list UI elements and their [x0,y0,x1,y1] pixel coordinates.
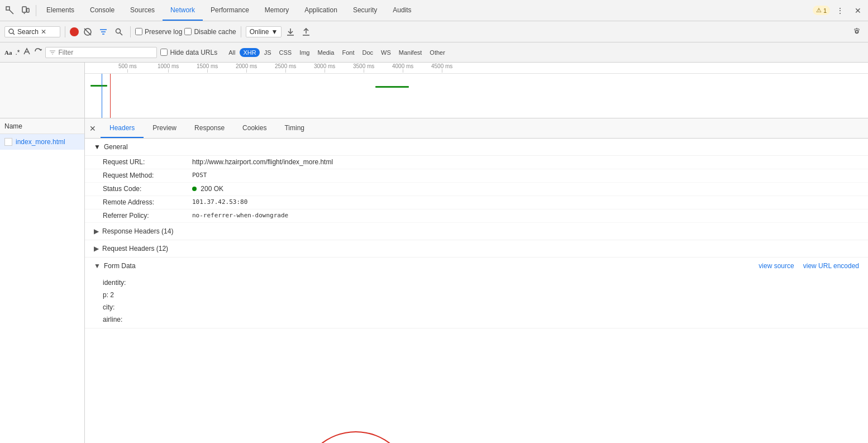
hide-data-urls-label[interactable]: Hide data URLs [160,49,217,56]
status-dot-icon [192,187,197,191]
referrer-policy-value: no-referrer-when-downgrade [192,212,288,220]
file-list-header: Name [0,118,84,134]
form-data-city-row: city: [85,301,868,313]
general-section-header[interactable]: ▼ General [85,139,868,156]
device-mode-icon[interactable] [18,3,34,18]
disable-cache-checkbox-label[interactable]: Disable cache [184,28,236,36]
network-throttle-select[interactable]: Online ▼ [246,26,282,37]
filter-icon[interactable] [97,25,110,39]
response-headers-header[interactable]: ▶ Response Headers (14) [85,223,868,240]
close-icon[interactable]: ✕ [850,3,866,18]
tab-console[interactable]: Console [82,0,122,21]
more-options-icon[interactable]: ⋮ [832,3,848,18]
tab-performance[interactable]: Performance [203,0,257,21]
filter-all[interactable]: All [225,48,239,57]
tab-application[interactable]: Application [297,0,345,21]
remote-address-value: 101.37.42.53:80 [192,198,247,207]
devtools-topbar: Elements Console Sources Network Perform… [0,0,868,21]
detail-close-icon[interactable]: ✕ [85,118,101,138]
file-list-item[interactable]: index_more.html [0,134,84,150]
filter-input[interactable] [58,49,136,56]
tab-sources[interactable]: Sources [122,0,163,21]
svg-rect-3 [27,8,29,12]
regex-icon[interactable]: .* [15,49,20,56]
topbar-right: ⚠ 1 ⋮ ✕ [813,3,866,18]
general-triangle-icon: ▼ [94,143,101,151]
filter-xhr[interactable]: XHR [240,48,259,57]
disable-cache-checkbox[interactable] [184,28,192,35]
detail-panel: ✕ Headers Preview Response Cookies Timin… [85,118,868,443]
detail-tab-headers[interactable]: Headers [101,118,144,138]
export-icon[interactable] [299,25,313,39]
form-data-identity-key: identity: [103,279,126,287]
response-headers-arrow-icon: ▶ [94,227,99,235]
aa-icon[interactable]: Aa [4,49,12,56]
clear-icon[interactable] [81,25,94,39]
filter-font[interactable]: Font [338,48,357,57]
form-data-p-row: p: 2 [85,289,868,301]
warning-badge[interactable]: ⚠ 1 [813,6,830,15]
preserve-log-checkbox-label[interactable]: Preserve log [135,28,182,36]
preserve-log-checkbox[interactable] [135,28,142,35]
ruler-mark-4000: 4000 ms [392,63,413,73]
filter-img[interactable]: Img [296,48,313,57]
tab-audits[interactable]: Audits [385,0,419,21]
file-list-name-header: Name [4,122,22,130]
record-button[interactable] [70,27,79,36]
filter-js[interactable]: JS [261,48,275,57]
ruler-mark-500: 500 ms [118,63,137,73]
search-filter-icon[interactable] [112,25,126,39]
toolbar-sep-3 [241,26,241,37]
timeline-area: 500 ms 1000 ms 1500 ms 2000 ms 2500 ms 3… [0,63,868,118]
form-data-header[interactable]: ▼ Form Data view source view URL encoded [85,258,868,274]
warning-count: 1 [823,7,827,14]
detail-tab-timing[interactable]: Timing [275,118,313,138]
search-close-icon[interactable]: ✕ [41,28,46,36]
hide-data-urls-checkbox[interactable] [160,49,168,56]
timeline-ruler: 500 ms 1000 ms 1500 ms 2000 ms 2500 ms 3… [85,63,868,74]
filter-other[interactable]: Other [426,48,449,57]
filter-search-icon [49,49,56,56]
svg-point-4 [24,13,25,14]
file-name: index_more.html [16,138,65,146]
filter-ws[interactable]: WS [378,48,394,57]
view-url-encoded-link[interactable]: view URL encoded [803,262,859,270]
request-url-row: Request URL: http://www.hzairport.com/fl… [85,156,868,169]
toolbar-sep-1 [65,26,65,37]
settings-icon[interactable] [850,25,864,39]
view-source-link[interactable]: view source [759,262,794,270]
ruler-mark-2000: 2000 ms [236,63,257,73]
filter-css[interactable]: CSS [276,48,295,57]
annotation-circle [303,431,409,443]
form-data-city-key: city: [103,303,115,311]
refresh-icon[interactable] [34,47,42,57]
detail-tab-preview[interactable]: Preview [144,118,185,138]
filter-doc[interactable]: Doc [359,48,376,57]
filter-media[interactable]: Media [314,48,337,57]
import-icon[interactable] [284,25,297,39]
file-icon [4,138,12,146]
tab-security[interactable]: Security [345,0,385,21]
status-code-value: 200 OK [192,185,223,193]
detail-tab-cookies[interactable]: Cookies [233,118,275,138]
inspect-icon[interactable] [2,3,18,18]
ruler-mark-4500: 4500 ms [431,63,452,73]
file-list-panel: Name index_more.html [0,118,85,443]
tab-memory[interactable]: Memory [257,0,297,21]
tab-network[interactable]: Network [163,0,203,21]
search-box[interactable]: Search ✕ [4,26,60,37]
detail-tab-response[interactable]: Response [185,118,233,138]
request-headers-header[interactable]: ▶ Request Headers (12) [85,240,868,257]
timeline-main[interactable]: 500 ms 1000 ms 1500 ms 2000 ms 2500 ms 3… [85,63,868,118]
form-data-links: view source view URL encoded [759,262,859,270]
filter-types: All XHR JS CSS Img Media Font Doc WS Man… [225,48,449,57]
filter-manifest[interactable]: Manifest [395,48,426,57]
svg-rect-0 [6,7,9,10]
nav-tabs: Elements Console Sources Network Perform… [39,0,813,21]
network-toolbar: Search ✕ Preserve log Disable cache Onli… [0,21,868,42]
case-sensitive-icon[interactable] [23,47,31,57]
ruler-mark-3500: 3500 ms [353,63,374,73]
form-data-p-key: p: [103,291,108,299]
filter-input-box[interactable] [45,47,157,58]
tab-elements[interactable]: Elements [39,0,82,21]
